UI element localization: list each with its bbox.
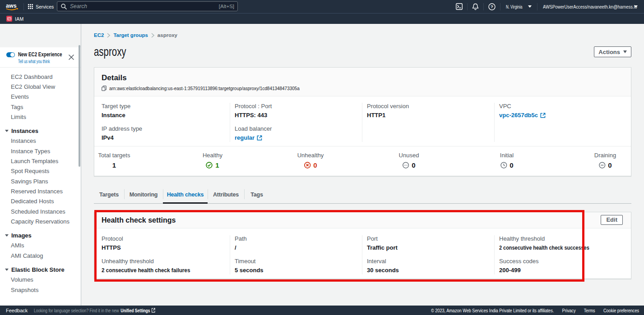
- tab-health-checks[interactable]: Health checks: [163, 187, 208, 203]
- sidebar-nav-list: EC2 Dashboard EC2 Global View Events Tag…: [0, 68, 81, 295]
- field-value: Instance: [102, 111, 223, 119]
- sidebar-nav-panel: New EC2 Experience Tell us what you thin…: [0, 47, 81, 306]
- caret-down-icon: [5, 269, 9, 271]
- sidebar-item-snapshots[interactable]: Snapshots: [0, 285, 81, 295]
- search-input[interactable]: [70, 3, 216, 9]
- vpc-link[interactable]: vpc-2657db5c: [499, 111, 625, 119]
- field-value: HTTPS: [102, 244, 223, 252]
- sidebar-item-events[interactable]: Events: [0, 92, 81, 102]
- external-link-icon: [152, 308, 156, 313]
- actions-button[interactable]: Actions: [594, 46, 631, 57]
- help-button[interactable]: ?: [484, 3, 500, 10]
- cloudshell-button[interactable]: [451, 3, 467, 10]
- sidebar-section-label: Elastic Block Store: [11, 266, 65, 273]
- stat-label: Total targets: [98, 152, 130, 159]
- sidebar-section-images[interactable]: Images: [0, 230, 81, 240]
- chevron-right-icon: [107, 33, 110, 38]
- field-label: Protocol: [102, 235, 223, 242]
- global-search-box[interactable]: [Alt+S]: [57, 1, 238, 11]
- sidebar-item-capacity-reservations[interactable]: Capacity Reservations: [0, 216, 81, 226]
- new-experience-block: New EC2 Experience Tell us what you thin…: [0, 47, 81, 68]
- favorite-iam-link[interactable]: IAM: [6, 16, 24, 22]
- field-label: Protocol version: [367, 103, 488, 110]
- health-check-fields: Protocol HTTPS Unhealthy threshold 2 con…: [94, 228, 631, 278]
- sidebar-section-instances[interactable]: Instances: [0, 126, 81, 136]
- sidebar-item-tags[interactable]: Tags: [0, 102, 81, 112]
- load-balancer-link[interactable]: regular: [235, 134, 356, 142]
- breadcrumb-ec2[interactable]: EC2: [94, 32, 104, 38]
- svg-text:?: ?: [491, 4, 493, 9]
- target-group-arn: arn:aws:elasticloadbalancing:us-east-1:3…: [109, 86, 287, 91]
- sidebar-item-scheduled-instances[interactable]: Scheduled Instances: [0, 206, 81, 216]
- tab-targets[interactable]: Targets: [94, 187, 124, 203]
- details-fields: Target type Instance IP address type IPv…: [94, 96, 631, 146]
- sidebar-item-spot-requests[interactable]: Spot Requests: [0, 166, 81, 176]
- copyright-text: © 2023, Amazon Web Services India Privat…: [431, 308, 554, 313]
- cookie-preferences-link[interactable]: Cookie preferences: [603, 308, 639, 313]
- new-experience-title: New EC2 Experience: [18, 51, 61, 58]
- sidebar-item-launch-templates[interactable]: Launch Templates: [0, 156, 81, 166]
- caret-down-icon: [5, 234, 9, 237]
- account-label-text: AWSPowerUserAccess/navaneeth.kn@harness.…: [543, 4, 637, 9]
- field-label: Load balancer: [235, 125, 356, 132]
- stat-unhealthy: Unhealthy 0: [297, 152, 324, 169]
- status-unused-icon: [402, 162, 409, 169]
- stat-value: 0: [500, 161, 514, 169]
- tab-tags[interactable]: Tags: [244, 187, 269, 203]
- target-stats-row: Total targets 1 Healthy 1 Unhealthy: [94, 146, 631, 176]
- stat-total-targets: Total targets 1: [98, 152, 130, 169]
- privacy-link[interactable]: Privacy: [562, 308, 576, 313]
- sidebar-item-savings-plans[interactable]: Savings Plans: [0, 176, 81, 186]
- new-experience-toggle[interactable]: [6, 52, 15, 57]
- tab-monitoring[interactable]: Monitoring: [124, 187, 163, 203]
- stat-value-number: 0: [313, 161, 317, 169]
- region-selector[interactable]: N. Virginia: [500, 4, 537, 9]
- sidebar-item-ec2-global-view[interactable]: EC2 Global View: [0, 82, 81, 91]
- footer-language-group: Looking for language selection? Find it …: [34, 308, 155, 313]
- sidebar-item-dedicated-hosts[interactable]: Dedicated Hosts: [0, 196, 81, 206]
- sidebar-scrollbar[interactable]: [79, 45, 80, 167]
- health-check-settings-card: Health check settings Edit Protocol HTTP…: [94, 212, 631, 279]
- stat-value: 0: [594, 161, 616, 169]
- services-menu-button[interactable]: Services: [28, 4, 54, 9]
- breadcrumb-target-groups[interactable]: Target groups: [113, 32, 148, 38]
- tell-us-link[interactable]: Tell us what you think: [18, 59, 50, 64]
- sidebar-item-volumes[interactable]: Volumes: [0, 275, 81, 285]
- field-value: IPv4: [102, 134, 223, 142]
- details-card: Details arn:aws:elasticloadbalancing:us-…: [94, 67, 631, 176]
- account-menu[interactable]: AWSPowerUserAccess/navaneeth.kn@harness.…: [537, 4, 639, 9]
- health-check-card-header: Health check settings Edit: [94, 212, 631, 228]
- health-check-settings-title: Health check settings: [102, 216, 176, 224]
- field-value: Traffic port: [367, 244, 488, 252]
- terms-link[interactable]: Terms: [584, 308, 595, 313]
- tab-attributes[interactable]: Attributes: [208, 187, 244, 203]
- stat-value: 1: [203, 161, 222, 169]
- field-label: Timeout: [235, 258, 356, 265]
- copy-icon[interactable]: [102, 86, 107, 91]
- sidebar-item-instances[interactable]: Instances: [0, 136, 81, 146]
- chevron-down-icon: [528, 5, 532, 8]
- sidebar-item-reserved-instances[interactable]: Reserved Instances: [0, 186, 81, 196]
- sidebar-item-amis[interactable]: AMIs: [0, 241, 81, 251]
- vpc-link-text: vpc-2657db5c: [499, 111, 538, 119]
- aws-logo[interactable]: aws: [5, 2, 19, 11]
- notifications-button[interactable]: [468, 3, 483, 10]
- feedback-link[interactable]: Feedback: [6, 308, 28, 313]
- target-group-arn-text: arn:aws:elasticloadbalancing:us-east-1:3…: [109, 86, 300, 91]
- sidebar-item-limits[interactable]: Limits: [0, 112, 81, 122]
- field-label: IP address type: [102, 125, 223, 132]
- details-card-header: Details arn:aws:elasticloadbalancing:us-…: [94, 68, 631, 96]
- sidebar-item-ami-catalog[interactable]: AMI Catalog: [0, 251, 81, 260]
- sidebar-item-ec2-dashboard[interactable]: EC2 Dashboard: [0, 72, 81, 82]
- edit-button[interactable]: Edit: [601, 215, 623, 225]
- field-value: 5 seconds: [235, 266, 356, 274]
- breadcrumb-current: asproxy: [158, 32, 177, 38]
- stat-value: 0: [297, 161, 324, 169]
- sidebar-item-instance-types[interactable]: Instance Types: [0, 146, 81, 156]
- sidebar-section-elastic-block-store[interactable]: Elastic Block Store: [0, 265, 81, 274]
- field-value: HTTPS: 443: [235, 111, 356, 119]
- footer-language-wrap: Looking for language selection? Find it …: [34, 308, 166, 313]
- close-icon[interactable]: [68, 54, 74, 60]
- load-balancer-link-text: regular: [235, 134, 255, 142]
- unified-settings-link[interactable]: Unified Settings: [121, 308, 156, 313]
